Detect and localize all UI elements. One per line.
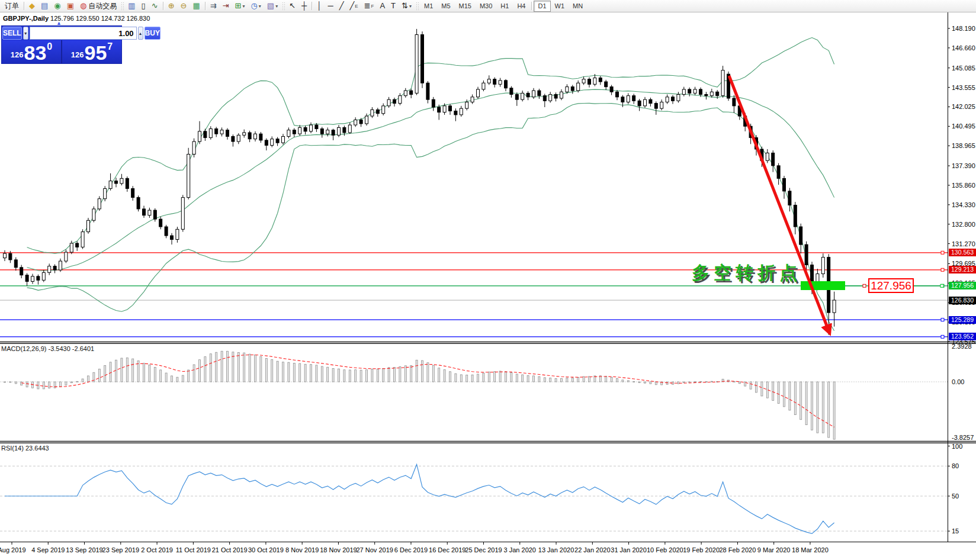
sell-price-button[interactable]: 126 83 0 bbox=[2, 40, 61, 63]
sell-button[interactable]: SELL bbox=[2, 27, 22, 40]
candle-body bbox=[126, 178, 129, 188]
candle-body bbox=[282, 136, 285, 143]
svg-text:16 Dec 2019: 16 Dec 2019 bbox=[429, 546, 465, 553]
svg-text:18 Nov 2019: 18 Nov 2019 bbox=[320, 546, 357, 553]
chart-shift-icon[interactable]: ⇥ bbox=[220, 1, 232, 11]
candle-body bbox=[248, 133, 251, 139]
candle-body bbox=[359, 120, 362, 124]
candle-body bbox=[192, 141, 195, 154]
candle-body bbox=[421, 35, 424, 83]
svg-text:100: 100 bbox=[952, 443, 962, 450]
period-icon[interactable]: ◷▾ bbox=[248, 1, 264, 11]
trendline-icon[interactable]: ╱ bbox=[336, 1, 347, 11]
candle-body bbox=[426, 83, 429, 99]
candle-body bbox=[120, 178, 123, 184]
candle-body bbox=[710, 92, 713, 95]
market-watch-icon[interactable]: ◆ bbox=[26, 1, 38, 11]
timeframe-w1-button[interactable]: W1 bbox=[551, 1, 569, 12]
candle-body bbox=[304, 127, 307, 131]
channel-icon[interactable]: ╱E bbox=[346, 1, 361, 11]
zoom-out-icon[interactable]: ⊖ bbox=[178, 1, 190, 11]
candle-body bbox=[76, 243, 79, 247]
timeframe-h1-button[interactable]: H1 bbox=[496, 1, 513, 12]
timeframe-m5-button[interactable]: M5 bbox=[437, 1, 454, 12]
candle-body bbox=[98, 199, 101, 209]
chart-canvas[interactable]: 148.190146.660145.085143.555142.025140.4… bbox=[0, 0, 976, 560]
svg-text:146.660: 146.660 bbox=[952, 44, 975, 52]
candle-body bbox=[104, 189, 107, 199]
zoom-in-icon[interactable]: ⊕ bbox=[165, 1, 178, 11]
buy-button[interactable]: BUY bbox=[145, 27, 160, 40]
terminal-icon[interactable]: ▣ bbox=[64, 1, 77, 11]
new-order-button[interactable]: 订单 bbox=[0, 1, 22, 11]
candle-body bbox=[171, 236, 174, 239]
auto-scroll-icon[interactable]: ⇉ bbox=[207, 1, 220, 11]
volume-increase-button[interactable]: ▲ bbox=[138, 27, 143, 40]
candle-body bbox=[721, 70, 724, 96]
navigator-icon[interactable]: ◉ bbox=[51, 1, 63, 11]
volume-input[interactable] bbox=[30, 27, 137, 40]
price-badge-127.956: 127.956 bbox=[949, 282, 976, 289]
buy-price-point: 7 bbox=[107, 41, 113, 52]
candlestick-chart-icon[interactable]: ▯ bbox=[139, 1, 149, 11]
timeframe-m30-button[interactable]: M30 bbox=[476, 1, 496, 12]
svg-text:25 Dec 2019: 25 Dec 2019 bbox=[465, 546, 502, 553]
buy-price-button[interactable]: 126 95 7 bbox=[62, 40, 121, 63]
candle-body bbox=[772, 153, 775, 165]
candle-body bbox=[443, 106, 446, 112]
candle-body bbox=[42, 272, 45, 280]
cursor-icon[interactable]: ↖ bbox=[286, 1, 298, 11]
data-window-icon[interactable]: ▤ bbox=[38, 1, 51, 11]
ohlc-values: 125.796 129.550 124.732 126.830 bbox=[50, 15, 150, 22]
new-chart-icon[interactable]: ⊞▾ bbox=[232, 1, 248, 11]
timeframe-h4-button[interactable]: H4 bbox=[513, 1, 529, 12]
candle-body bbox=[633, 96, 635, 101]
timeframe-m15-button[interactable]: M15 bbox=[455, 1, 476, 12]
sell-price-figure: 126 bbox=[11, 50, 24, 59]
candle-body bbox=[477, 89, 480, 97]
autotrading-button[interactable]: ◍自动交易 bbox=[77, 1, 120, 11]
candle-body bbox=[293, 130, 296, 134]
volume-decrease-button[interactable]: ▼ bbox=[23, 27, 28, 40]
candle-body bbox=[9, 253, 12, 260]
candle-body bbox=[415, 35, 418, 94]
candle-body bbox=[526, 93, 529, 96]
candle-body bbox=[627, 96, 630, 102]
toolbar-separator bbox=[163, 2, 163, 10]
text-label-icon[interactable]: T bbox=[388, 1, 399, 11]
horizontal-line-icon[interactable]: ─ bbox=[325, 1, 336, 11]
candle-body bbox=[92, 209, 95, 220]
svg-text:19 Feb 2020: 19 Feb 2020 bbox=[683, 546, 720, 553]
crosshair-icon[interactable]: ┼ bbox=[298, 1, 310, 11]
candle-body bbox=[454, 111, 457, 114]
vertical-line-icon[interactable]: │ bbox=[314, 1, 325, 11]
candle-body bbox=[666, 97, 669, 102]
arrows-icon[interactable]: ⇅▾ bbox=[399, 1, 415, 11]
text-icon[interactable]: A bbox=[377, 1, 388, 11]
timeframe-mn-button[interactable]: MN bbox=[569, 1, 587, 12]
candle-body bbox=[694, 89, 696, 93]
candle-body bbox=[25, 275, 28, 282]
candle-body bbox=[143, 209, 146, 215]
template-icon[interactable]: ▧▾ bbox=[264, 1, 281, 11]
candle-body bbox=[438, 107, 441, 112]
candle-body bbox=[644, 99, 647, 106]
timeframe-m1-button[interactable]: M1 bbox=[420, 1, 437, 12]
line-chart-icon[interactable]: ∿ bbox=[149, 1, 161, 11]
candle-body bbox=[315, 125, 318, 128]
candle-body bbox=[588, 79, 591, 85]
bar-chart-icon[interactable]: ▥ bbox=[125, 1, 138, 11]
svg-text:138.965: 138.965 bbox=[952, 142, 975, 149]
macd-histogram bbox=[4, 351, 836, 439]
svg-text:3 Jan 2020: 3 Jan 2020 bbox=[504, 546, 536, 553]
toolbar-separator bbox=[312, 2, 312, 10]
candle-body bbox=[833, 300, 836, 313]
svg-text:-3.8257: -3.8257 bbox=[952, 434, 974, 441]
svg-text:143.555: 143.555 bbox=[952, 84, 975, 91]
tile-windows-icon[interactable]: ▦ bbox=[190, 1, 203, 11]
candle-body bbox=[404, 91, 407, 96]
candle-body bbox=[538, 91, 541, 96]
candle-body bbox=[165, 227, 168, 236]
timeframe-d1-button[interactable]: D1 bbox=[534, 1, 550, 12]
fibonacci-icon[interactable]: ≣F bbox=[361, 1, 377, 11]
